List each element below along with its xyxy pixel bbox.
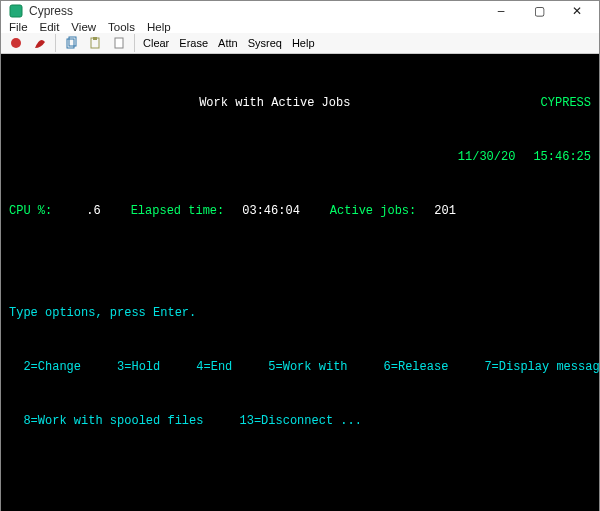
attn-button[interactable]: Attn — [214, 33, 242, 53]
elapsed-label: Elapsed time: — [131, 202, 225, 220]
doc-icon[interactable] — [108, 33, 130, 53]
active-value: 201 — [434, 202, 456, 220]
screen-title: Work with Active Jobs — [199, 94, 350, 112]
titlebar: Cypress – ▢ ✕ — [1, 1, 599, 21]
active-label: Active jobs: — [330, 202, 416, 220]
header-time: 15:46:25 — [533, 148, 591, 166]
maximize-button[interactable]: ▢ — [521, 1, 557, 21]
app-window: Cypress – ▢ ✕ FileEditViewToolsHelp Clea… — [0, 0, 600, 511]
cpu-value: .6 — [86, 202, 100, 220]
erase-button[interactable]: Erase — [175, 33, 212, 53]
elapsed-value: 03:46:04 — [242, 202, 300, 220]
leaf-icon[interactable] — [29, 33, 51, 53]
copy-icon[interactable] — [60, 33, 82, 53]
close-button[interactable]: ✕ — [559, 1, 595, 21]
menubar: FileEditViewToolsHelp — [1, 21, 599, 33]
svg-point-1 — [11, 38, 21, 48]
window-title: Cypress — [29, 4, 483, 18]
svg-rect-5 — [93, 37, 97, 40]
app-icon — [9, 4, 23, 18]
svg-rect-2 — [67, 39, 74, 48]
svg-rect-3 — [69, 37, 76, 46]
connect-icon[interactable] — [5, 33, 27, 53]
options-list: 2=Change 3=Hold 4=End 5=Work with 6=Rele… — [9, 358, 591, 376]
menu-tools[interactable]: Tools — [108, 21, 135, 33]
header-date: 11/30/20 — [458, 148, 516, 166]
toolbar: Clear Erase Attn Sysreq Help — [1, 33, 599, 54]
menu-view[interactable]: View — [71, 21, 96, 33]
minimize-button[interactable]: – — [483, 1, 519, 21]
help-button[interactable]: Help — [288, 33, 319, 53]
clear-button[interactable]: Clear — [139, 33, 173, 53]
options-list-2: 8=Work with spooled files 13=Disconnect … — [9, 412, 591, 430]
svg-rect-0 — [10, 5, 22, 17]
terminal-screen[interactable]: Work with Active Jobs CYPRESS 11/30/20 1… — [1, 54, 599, 511]
svg-rect-6 — [115, 38, 123, 48]
sysreq-button[interactable]: Sysreq — [244, 33, 286, 53]
menu-edit[interactable]: Edit — [40, 21, 60, 33]
menu-file[interactable]: File — [9, 21, 28, 33]
paste-icon[interactable] — [84, 33, 106, 53]
instruction-text: Type options, press Enter. — [9, 304, 591, 322]
menu-help[interactable]: Help — [147, 21, 171, 33]
system-name: CYPRESS — [541, 94, 591, 112]
cpu-label: CPU %: — [9, 202, 52, 220]
